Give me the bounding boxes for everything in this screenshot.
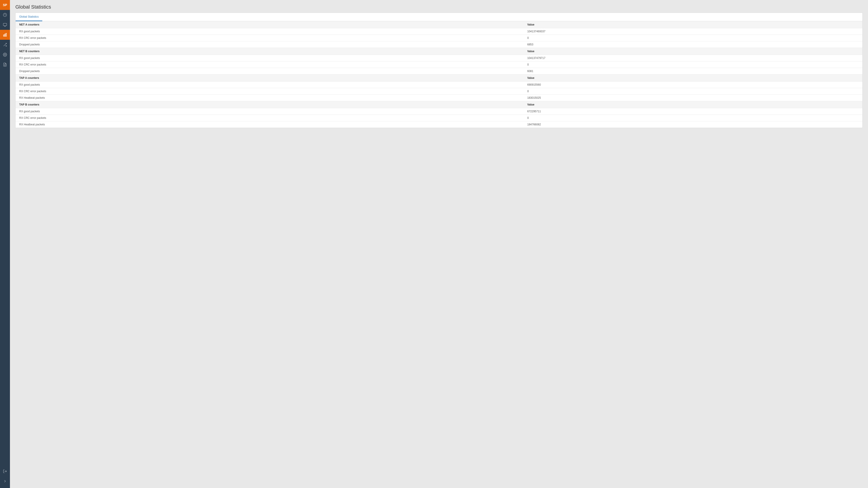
sidebar-nav bbox=[0, 10, 10, 466]
row-value: 104137479717 bbox=[524, 55, 862, 61]
svg-rect-1 bbox=[3, 23, 7, 26]
row-label: RX good packets bbox=[16, 82, 524, 88]
section-header-row: TAP B counters Value bbox=[16, 101, 862, 108]
main-content: Global Statistics Global Statistics NET … bbox=[10, 0, 868, 488]
row-value: 690915560 bbox=[524, 82, 862, 88]
table-row: Dropped packets 6081 bbox=[16, 68, 862, 74]
row-value: 6081 bbox=[524, 68, 862, 74]
section-header-label: NET A counters bbox=[16, 21, 524, 28]
table-row: RX CRC error packets 0 bbox=[16, 61, 862, 68]
section-header-label: TAP B counters bbox=[16, 101, 524, 108]
row-label: RX Heatbeat packets bbox=[16, 95, 524, 101]
row-value: 0 bbox=[524, 115, 862, 121]
row-label: Dropped packets bbox=[16, 41, 524, 48]
sidebar: SP bbox=[0, 0, 10, 488]
row-value: 6853 bbox=[524, 41, 862, 48]
row-label: RX CRC error packets bbox=[16, 115, 524, 121]
section-header-label: NET B counters bbox=[16, 48, 524, 55]
row-value: 184766082 bbox=[524, 121, 862, 128]
table-row: RX good packets 104137469337 bbox=[16, 28, 862, 35]
row-value: 0 bbox=[524, 88, 862, 95]
sidebar-item-stats[interactable] bbox=[0, 30, 10, 40]
sidebar-bottom bbox=[0, 466, 10, 488]
row-value: 0 bbox=[524, 35, 862, 41]
table-row: RX good packets 672295711 bbox=[16, 108, 862, 115]
table-row: RX Heatbeat packets 183015025 bbox=[16, 95, 862, 101]
sidebar-item-expand[interactable] bbox=[0, 476, 10, 486]
table-row: RX CRC error packets 0 bbox=[16, 115, 862, 121]
section-header-value: Value bbox=[524, 48, 862, 55]
table-row: RX CRC error packets 0 bbox=[16, 88, 862, 95]
row-value: 0 bbox=[524, 61, 862, 68]
sidebar-item-monitor[interactable] bbox=[0, 20, 10, 30]
content-area: Global Statistics NET A counters Value R… bbox=[10, 13, 868, 488]
row-label: RX good packets bbox=[16, 28, 524, 35]
svg-rect-2 bbox=[3, 35, 4, 36]
section-header-row: NET B counters Value bbox=[16, 48, 862, 55]
page-title: Global Statistics bbox=[10, 0, 868, 13]
row-label: RX CRC error packets bbox=[16, 61, 524, 68]
app-logo: SP bbox=[0, 0, 10, 10]
sidebar-item-dashboard[interactable] bbox=[0, 10, 10, 20]
svg-rect-3 bbox=[5, 34, 5, 36]
sidebar-item-routing[interactable] bbox=[0, 40, 10, 50]
section-header-value: Value bbox=[524, 101, 862, 108]
sidebar-item-logout[interactable] bbox=[0, 466, 10, 476]
row-label: RX Heatbeat packets bbox=[16, 121, 524, 128]
table-row: Dropped packets 6853 bbox=[16, 41, 862, 48]
row-value: 672295711 bbox=[524, 108, 862, 115]
row-label: RX good packets bbox=[16, 55, 524, 61]
sidebar-item-settings[interactable] bbox=[0, 50, 10, 60]
sidebar-item-docs[interactable] bbox=[0, 60, 10, 70]
stats-card: Global Statistics NET A counters Value R… bbox=[16, 13, 863, 128]
row-value: 104137469337 bbox=[524, 28, 862, 35]
table-row: RX good packets 104137479717 bbox=[16, 55, 862, 61]
svg-point-7 bbox=[4, 54, 6, 55]
section-header-value: Value bbox=[524, 21, 862, 28]
row-label: Dropped packets bbox=[16, 68, 524, 74]
tab-global-statistics[interactable]: Global Statistics bbox=[16, 13, 42, 21]
table-row: RX good packets 690915560 bbox=[16, 82, 862, 88]
section-header-value: Value bbox=[524, 74, 862, 82]
svg-rect-4 bbox=[6, 33, 6, 36]
row-label: RX CRC error packets bbox=[16, 35, 524, 41]
row-value: 183015025 bbox=[524, 95, 862, 101]
section-header-row: NET A counters Value bbox=[16, 21, 862, 28]
table-row: RX CRC error packets 0 bbox=[16, 35, 862, 41]
row-label: RX good packets bbox=[16, 108, 524, 115]
row-label: RX CRC error packets bbox=[16, 88, 524, 95]
table-row: RX Heatbeat packets 184766082 bbox=[16, 121, 862, 128]
section-header-label: TAP A counters bbox=[16, 74, 524, 82]
tabs-bar: Global Statistics bbox=[16, 13, 862, 21]
section-header-row: TAP A counters Value bbox=[16, 74, 862, 82]
stats-table: NET A counters Value RX good packets 104… bbox=[16, 21, 862, 128]
